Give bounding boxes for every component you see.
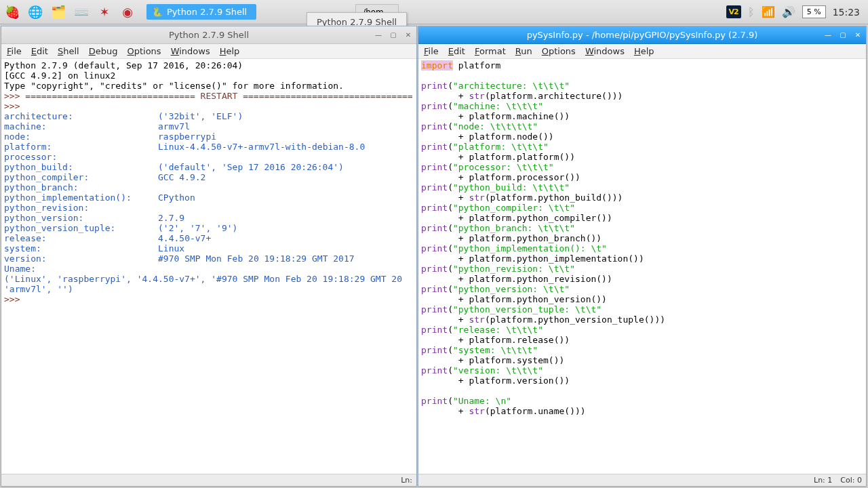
taskbar-app-label: Python 2.7.9 Shell [167, 7, 247, 17]
taskbar: 🍓 🌐 🗂️ ⌨️ ✶ ◉ 🐍 Python 2.7.9 Shell /hom.… [0, 0, 868, 24]
volume-icon[interactable]: 🔊 [782, 5, 795, 18]
bluetooth-icon[interactable]: ᛒ [748, 5, 755, 18]
menu-options[interactable]: Options [542, 46, 576, 56]
shell-output-area[interactable]: Python 2.7.9 (default, Sep 17 2016, 20:2… [1, 59, 416, 474]
battery-indicator[interactable]: 5 % [802, 5, 826, 18]
menu-file[interactable]: File [424, 46, 439, 56]
menu-shell[interactable]: Shell [58, 46, 79, 56]
python-shell-window: Python 2.7.9 Shell — ▢ ✕ FileEditShellDe… [1, 26, 417, 487]
editor-menubar: FileEditFormatRunOptionsWindowsHelp [418, 44, 866, 59]
browser-icon[interactable]: 🌐 [26, 3, 45, 22]
python-icon: 🐍 [152, 7, 163, 17]
maximize-button[interactable]: ▢ [388, 30, 399, 40]
close-button[interactable]: ✕ [403, 30, 414, 40]
editor-statusbar: Ln: 1 Col: 0 [418, 474, 866, 486]
editor-status-ln: Ln: 1 [814, 476, 832, 485]
menu-edit[interactable]: Edit [31, 46, 48, 56]
clock: 15:23 [833, 7, 860, 18]
maximize-button[interactable]: ▢ [837, 30, 848, 40]
editor-code-area[interactable]: import platform print("architecture: \t\… [418, 59, 866, 474]
close-button[interactable]: ✕ [852, 30, 863, 40]
system-tray: V2 ᛒ 📶 🔊 5 % 15:23 [726, 5, 865, 18]
menu-help[interactable]: Help [220, 46, 240, 56]
minimize-button[interactable]: — [823, 30, 833, 40]
raspberry-menu-icon[interactable]: 🍓 [3, 3, 22, 22]
menu-edit[interactable]: Edit [448, 46, 465, 56]
shell-titlebar[interactable]: Python 2.7.9 Shell — ▢ ✕ [1, 26, 416, 44]
mathematica-icon[interactable]: ✶ [95, 3, 114, 22]
filemanager-icon[interactable]: 🗂️ [49, 3, 68, 22]
minimize-button[interactable]: — [373, 30, 384, 40]
menu-windows[interactable]: Windows [171, 46, 210, 56]
menu-windows[interactable]: Windows [585, 46, 625, 56]
shell-menubar: FileEditShellDebugOptionsWindowsHelp [1, 44, 416, 59]
taskbar-app-python-shell[interactable]: 🐍 Python 2.7.9 Shell [146, 4, 256, 20]
editor-window: pySysInfo.py - /home/pi/pyGPIO/pySysInfo… [418, 26, 867, 487]
menu-help[interactable]: Help [634, 46, 654, 56]
menu-debug[interactable]: Debug [89, 46, 118, 56]
shell-status-ln: Ln: [401, 476, 412, 485]
menu-format[interactable]: Format [475, 46, 506, 56]
vnc-icon[interactable]: V2 [726, 5, 741, 18]
wolfram-icon[interactable]: ◉ [118, 3, 137, 22]
menu-run[interactable]: Run [515, 46, 532, 56]
editor-title: pySysInfo.py - /home/pi/pyGPIO/pySysInfo… [527, 30, 758, 40]
terminal-icon[interactable]: ⌨️ [72, 3, 91, 22]
menu-options[interactable]: Options [127, 46, 161, 56]
shell-statusbar: Ln: [1, 474, 416, 486]
wifi-icon[interactable]: 📶 [762, 5, 775, 18]
editor-status-col: Col: 0 [840, 476, 862, 485]
shell-title: Python 2.7.9 Shell [169, 30, 249, 40]
menu-file[interactable]: File [7, 46, 22, 56]
editor-titlebar[interactable]: pySysInfo.py - /home/pi/pyGPIO/pySysInfo… [418, 26, 866, 44]
